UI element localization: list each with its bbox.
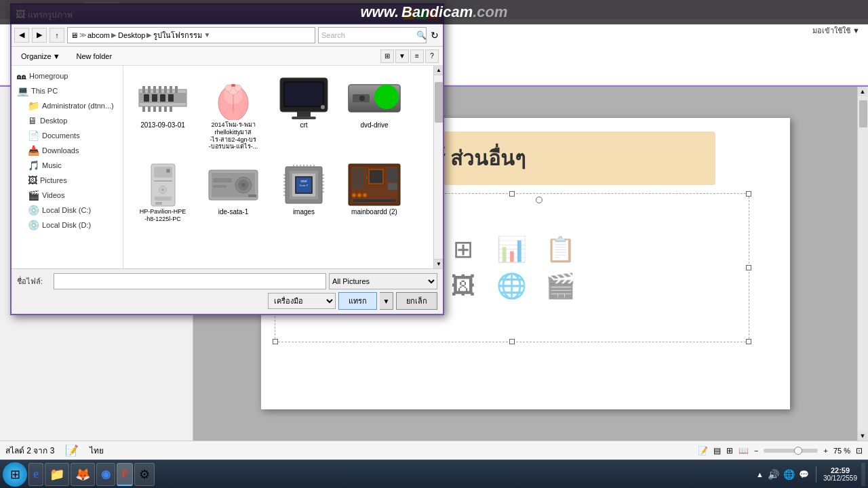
insert-chart-icon[interactable]: 📊 (496, 235, 527, 264)
svg-rect-93 (388, 168, 397, 182)
filetype-select[interactable]: All Pictures JPEG (*.jpg) PNG (*.png) (329, 273, 437, 289)
file-thumb-8 (347, 163, 401, 207)
tray-sound[interactable]: 🔊 (768, 469, 779, 480)
file-item-7[interactable]: intel Core i7 (270, 158, 338, 228)
organize-arrow: ▼ (53, 52, 60, 60)
taskbar-ppt-btn[interactable]: P (117, 463, 133, 486)
scroll-up[interactable]: ▲ (858, 87, 867, 96)
insert-video-icon[interactable]: 🎬 (545, 272, 576, 300)
view-help-btn[interactable]: ? (425, 49, 439, 63)
taskbar-misc-btn[interactable]: ⚙ (134, 463, 155, 486)
homegroup-icon: 🏘 (17, 70, 26, 81)
file-item-2[interactable]: 2014โพม-ร-พมาrhellokittyมาส-ไร-สาย2-4gn-… (199, 71, 267, 155)
status-notes-icon: 📝 (65, 444, 79, 457)
address-bar: ◀ ▶ ↑ 🖥 ≫ abcom ▶ Desktop ▶ รูปในโฟรกรรม… (12, 24, 443, 47)
cancel-btn[interactable]: ยกเล็ก (396, 292, 437, 310)
nav-back-btn[interactable]: ◀ (14, 28, 29, 43)
dialog-title-area: 🖼 แทรกรูปภาพ (16, 8, 73, 21)
scroll-thumb[interactable] (859, 100, 867, 127)
status-view-normal[interactable]: ▤ (713, 446, 721, 455)
svg-point-24 (235, 85, 241, 92)
search-box[interactable]: 🔍 (318, 27, 427, 43)
file-thumb-1 (136, 76, 190, 120)
view-options-btn[interactable]: ▼ (395, 49, 409, 63)
taskbar-chrome-btn[interactable]: ◉ (96, 463, 115, 486)
file-item-1[interactable]: 2013-09-03-01 (129, 71, 197, 155)
dialog-maximize-btn[interactable]: □ (416, 9, 427, 20)
taskbar-clock[interactable]: 22:59 30/12/2559 (823, 466, 857, 482)
sidebar-item-administrator[interactable]: 📁 Administrator (dtnn...) (12, 98, 123, 113)
insert-online-icon[interactable]: 🌐 (496, 272, 527, 300)
view-list-btn[interactable]: ≡ (410, 49, 424, 63)
sidebar-item-localc[interactable]: 💿 Local Disk (C:) (12, 203, 123, 218)
taskbar-explorer-btn[interactable]: 📁 (45, 463, 69, 486)
insert-picture-icon[interactable]: 🖼 (451, 272, 475, 300)
scroll-up-btn[interactable]: ▲ (434, 66, 443, 75)
show-desktop-btn[interactable] (861, 463, 865, 486)
scroll-down[interactable]: ▼ (858, 431, 867, 441)
file-item-5[interactable]: HP-Pavilion-HPE-h8-1225l-PC (129, 158, 197, 228)
scroll-down-btn[interactable]: ▼ (434, 259, 443, 268)
sidebar-item-thispc[interactable]: 💻 This PC (12, 83, 123, 98)
sidebar-item-desktop[interactable]: 🖥 Desktop (12, 113, 123, 128)
insert-btn[interactable]: แทรก (338, 292, 377, 310)
status-fit-btn[interactable]: ⊡ (856, 446, 863, 455)
status-zoom-minus[interactable]: − (754, 447, 758, 455)
grid-scrollbar[interactable]: ▲ ▼ (433, 66, 443, 268)
tool-select[interactable]: เครื่องมือ (268, 293, 336, 309)
insert-table-icon[interactable]: ⊞ (453, 235, 473, 264)
view-grid-btn[interactable]: ⊞ (380, 49, 394, 63)
status-notes-btn[interactable]: 📝 (698, 446, 708, 455)
sidebar-item-homegroup[interactable]: 🏘 Homegroup (12, 68, 123, 83)
sidebar-label-locald: Local Disk (D:) (42, 221, 91, 229)
zoom-thumb[interactable] (794, 447, 802, 455)
taskbar-ie-btn[interactable]: e (28, 463, 43, 486)
status-view-slides[interactable]: ⊞ (726, 446, 733, 455)
svg-rect-84 (353, 168, 355, 188)
dialog-close-btn[interactable]: ✕ (428, 9, 439, 20)
scroll-thumb-grid[interactable] (435, 82, 443, 123)
organize-btn[interactable]: Organize ▼ (16, 51, 66, 62)
start-button[interactable]: ⊞ (3, 462, 27, 487)
sidebar-label-administrator: Administrator (dtnn...) (42, 102, 114, 110)
file-name-5: HP-Pavilion-HPE-h8-1225l-PC (140, 208, 186, 223)
sidebar-label-homegroup: Homegroup (29, 72, 68, 80)
nav-up-btn[interactable]: ↑ (50, 28, 64, 43)
filename-input[interactable] (54, 273, 326, 289)
new-folder-btn[interactable]: New folder (71, 51, 118, 62)
zoom-slider[interactable] (764, 449, 818, 453)
insert-smartart-icon[interactable]: 📋 (545, 235, 576, 264)
sidebar-item-downloads[interactable]: 📥 Downloads (12, 143, 123, 158)
file-item-8[interactable]: mainboardd (2) (340, 158, 408, 228)
taskbar-firefox-btn[interactable]: 🦊 (71, 463, 95, 486)
address-path[interactable]: 🖥 ≫ abcom ▶ Desktop ▶ รูปในโฟรกรรม ▼ (67, 27, 315, 43)
tray-network[interactable]: 🌐 (783, 469, 795, 480)
refresh-btn[interactable]: ↻ (429, 28, 440, 42)
footer-row1: ชื่อไฟล์: All Pictures JPEG (*.jpg) PNG … (17, 273, 437, 289)
dialog-icon: 🖼 (16, 9, 25, 20)
sidebar-item-locald[interactable]: 💿 Local Disk (D:) (12, 218, 123, 232)
status-view-reading[interactable]: 📖 (738, 446, 749, 455)
dialog-minimize-btn[interactable]: ─ (403, 9, 414, 20)
sidebar-item-pictures[interactable]: 🖼 Pictures (12, 173, 123, 188)
tray-notification[interactable]: 💬 (799, 470, 809, 479)
rotate-handle[interactable] (536, 197, 542, 203)
sidebar-item-documents[interactable]: 📄 Documents (12, 128, 123, 143)
music-icon: 🎵 (28, 160, 39, 171)
handle-br (746, 339, 751, 344)
svg-point-37 (359, 96, 365, 101)
svg-rect-30 (285, 83, 323, 106)
svg-point-23 (225, 85, 232, 92)
status-language: ไทย (90, 444, 104, 457)
sidebar-item-videos[interactable]: 🎬 Videos (12, 188, 123, 203)
ppt-scrollbar[interactable]: ▲ ▼ (857, 87, 868, 441)
file-item-3[interactable]: crt (270, 71, 338, 155)
search-input[interactable] (321, 31, 415, 39)
sidebar-item-music[interactable]: 🎵 Music (12, 158, 123, 173)
nav-forward-btn[interactable]: ▶ (32, 28, 47, 43)
status-zoom-plus[interactable]: + (823, 447, 827, 455)
file-item-6[interactable]: ide-sata-1 (199, 158, 267, 228)
tray-expand[interactable]: ▲ (756, 470, 764, 479)
insert-arrow-btn[interactable]: ▼ (380, 292, 393, 310)
file-item-4[interactable]: dvd-drive (340, 71, 408, 155)
